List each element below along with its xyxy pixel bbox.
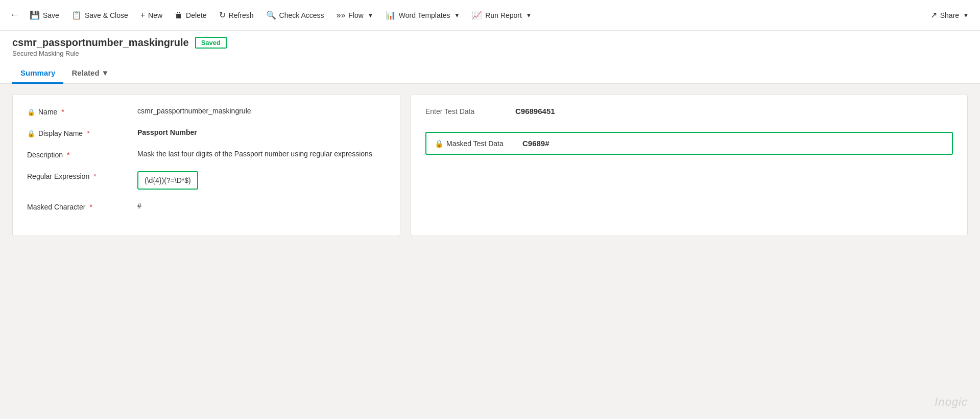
share-icon: ↗ — [930, 10, 937, 20]
enter-test-data-label: Enter Test Data — [425, 107, 507, 115]
masked-char-value: # — [137, 202, 386, 210]
display-name-label: 🔒 Display Name * — [27, 128, 129, 137]
name-value: csmr_passportnumber_maskingrule — [137, 107, 386, 115]
description-row: Description * Mask the last four digits … — [27, 150, 386, 159]
run-report-icon: 📈 — [472, 10, 482, 20]
right-panel: Enter Test Data C96896451 🔒 Masked Test … — [411, 94, 968, 236]
header-area: csmr_passportnumber_maskingrule Saved Se… — [0, 31, 980, 84]
display-name-value: Passport Number — [137, 128, 386, 136]
regex-required: * — [93, 172, 96, 180]
save-close-icon: 📋 — [71, 10, 82, 20]
masked-data-lock-icon: 🔒 — [435, 139, 443, 148]
masked-char-row: Masked Character * # — [27, 202, 386, 211]
name-row: 🔒 Name * csmr_passportnumber_maskingrule — [27, 107, 386, 116]
share-chevron-icon: ▼ — [963, 12, 969, 18]
refresh-button[interactable]: ↻ Refresh — [214, 7, 259, 23]
toolbar: ← 💾 Save 📋 Save & Close + New 🗑 Delete ↻… — [0, 0, 980, 31]
back-button[interactable]: ← — [6, 7, 22, 24]
description-label: Description * — [27, 150, 129, 159]
masked-test-data-box: 🔒 Masked Test Data C9689# — [425, 132, 953, 155]
refresh-icon: ↻ — [219, 10, 226, 20]
word-templates-button[interactable]: 📊 Word Templates ▼ — [380, 7, 465, 23]
save-close-button[interactable]: 📋 Save & Close — [66, 7, 133, 23]
form-card: 🔒 Name * csmr_passportnumber_maskingrule… — [12, 94, 400, 236]
record-title: csmr_passportnumber_maskingrule Saved — [12, 37, 968, 49]
record-subtitle: Secured Masking Rule — [12, 50, 968, 57]
record-name: csmr_passportnumber_maskingrule — [12, 37, 189, 49]
run-report-button[interactable]: 📈 Run Report ▼ — [467, 7, 536, 23]
regex-label: Regular Expression * — [27, 171, 129, 180]
check-access-icon: 🔍 — [266, 10, 276, 20]
display-name-row: 🔒 Display Name * Passport Number — [27, 128, 386, 137]
save-button[interactable]: 💾 Save — [25, 7, 64, 23]
check-access-button[interactable]: 🔍 Check Access — [261, 7, 329, 23]
delete-button[interactable]: 🗑 Delete — [170, 8, 211, 23]
regex-value: (\d{4})(?=\D*$) — [137, 171, 386, 190]
watermark: Inogic — [935, 395, 968, 409]
delete-icon: 🗑 — [175, 11, 183, 20]
enter-test-data-row: Enter Test Data C96896451 — [425, 107, 953, 115]
tab-summary[interactable]: Summary — [12, 63, 63, 84]
masked-test-data-value: C9689# — [522, 139, 549, 148]
masked-char-label: Masked Character * — [27, 202, 129, 211]
tab-related[interactable]: Related ▼ — [63, 63, 117, 84]
masked-char-required: * — [89, 203, 92, 211]
enter-test-data-value: C96896451 — [515, 107, 555, 115]
flow-icon: »» — [337, 11, 346, 20]
run-report-chevron-icon: ▼ — [526, 12, 532, 18]
save-icon: 💾 — [30, 10, 40, 20]
regex-row: Regular Expression * (\d{4})(?=\D*$) — [27, 171, 386, 190]
description-value: Mask the last four digits of the Passpor… — [137, 150, 386, 158]
flow-chevron-icon: ▼ — [368, 12, 373, 18]
new-button[interactable]: + New — [135, 8, 168, 23]
name-label: 🔒 Name * — [27, 107, 129, 116]
name-lock-icon: 🔒 — [27, 108, 35, 116]
name-required: * — [61, 108, 64, 116]
description-required: * — [67, 151, 69, 159]
flow-button[interactable]: »» Flow ▼ — [331, 8, 378, 23]
word-templates-icon: 📊 — [386, 10, 396, 20]
related-chevron-icon: ▼ — [102, 68, 109, 77]
share-button[interactable]: ↗ Share ▼ — [925, 7, 974, 23]
new-icon: + — [140, 11, 145, 20]
display-name-lock-icon: 🔒 — [27, 130, 35, 137]
display-name-required: * — [87, 129, 89, 137]
word-templates-chevron-icon: ▼ — [454, 12, 460, 18]
main-content: 🔒 Name * csmr_passportnumber_maskingrule… — [0, 84, 980, 246]
regex-input-box[interactable]: (\d{4})(?=\D*$) — [137, 171, 198, 190]
tabs: Summary Related ▼ — [12, 63, 968, 83]
masked-test-data-label: 🔒 Masked Test Data — [435, 139, 516, 148]
saved-badge: Saved — [195, 37, 227, 49]
